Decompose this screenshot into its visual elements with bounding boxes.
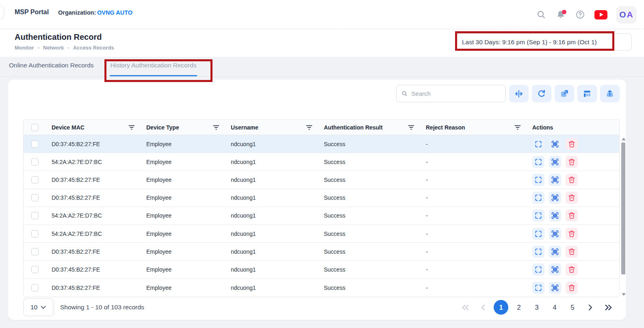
column-resize-button[interactable] <box>509 85 529 102</box>
user-avatar[interactable]: O A <box>616 6 637 24</box>
breadcrumb-monitor[interactable]: Monitor <box>15 45 34 51</box>
row-checkbox[interactable] <box>31 266 39 273</box>
expand-details-button[interactable] <box>532 192 544 204</box>
expand-details-button[interactable] <box>532 174 544 186</box>
cell-authentication-result: Success <box>318 159 420 165</box>
page-size-select[interactable]: 10 <box>23 298 53 316</box>
expand-details-button[interactable] <box>532 228 544 240</box>
delete-button[interactable] <box>566 156 578 168</box>
session-detail-button[interactable] <box>549 263 561 276</box>
scrollbar-down-arrow[interactable] <box>622 293 626 296</box>
cell-username: ndcuong1 <box>225 141 318 147</box>
page-button-1[interactable]: 1 <box>494 300 508 315</box>
delete-button[interactable] <box>566 174 578 186</box>
page-button-3[interactable]: 3 <box>529 300 544 315</box>
row-checkbox[interactable] <box>31 284 39 291</box>
first-page-button[interactable] <box>458 300 473 315</box>
breadcrumb-access-records[interactable]: Access Records <box>73 45 114 51</box>
brand-title: MSP Portal <box>15 9 49 16</box>
refresh-button[interactable] <box>532 85 551 102</box>
column-actions: Actions <box>532 124 553 131</box>
page-button-2[interactable]: 2 <box>512 300 526 315</box>
session-detail-button[interactable] <box>549 209 561 222</box>
page-button-5[interactable]: 5 <box>565 300 580 315</box>
session-detail-button[interactable] <box>549 156 561 168</box>
cell-device-mac: 54:2A:A2:7E:D7:BC <box>46 159 141 165</box>
table-row[interactable]: 54:2A:A2:7E:D7:BC Employee ndcuong1 Succ… <box>24 225 619 243</box>
filter-icon[interactable] <box>306 125 312 130</box>
records-table: Device MAC Device Type Username Authenti… <box>23 119 620 297</box>
expand-details-button[interactable] <box>532 282 544 294</box>
delete-button[interactable] <box>566 246 578 258</box>
delete-button[interactable] <box>566 282 578 294</box>
filter-icon[interactable] <box>128 125 135 130</box>
organization-value[interactable]: OVNG AUTO <box>97 9 132 16</box>
page-button-4[interactable]: 4 <box>547 300 562 315</box>
delete-button[interactable] <box>566 138 578 150</box>
cell-device-mac: D0:37:45:B2:27:FE <box>46 266 141 273</box>
row-checkbox[interactable] <box>31 230 39 237</box>
table-row[interactable]: 54:2A:A2:7E:D7:BC Employee ndcuong1 Succ… <box>24 153 619 171</box>
notifications-bell-icon[interactable] <box>555 9 566 20</box>
breadcrumb-network[interactable]: Network <box>43 45 64 51</box>
table-row[interactable]: D0:37:45:B2:27:FE Employee ndcuong1 Succ… <box>24 261 619 278</box>
table-scrollbar[interactable] <box>621 138 626 296</box>
expand-details-button[interactable] <box>532 246 544 258</box>
export-button[interactable] <box>600 85 620 102</box>
sidebar-handle[interactable] <box>0 6 4 19</box>
cell-username: ndcuong1 <box>225 159 318 165</box>
session-detail-button[interactable] <box>549 138 561 150</box>
table-search[interactable] <box>396 85 506 102</box>
expand-details-button[interactable] <box>532 156 544 168</box>
table-row[interactable]: D0:37:45:B2:27:FE Employee ndcuong1 Succ… <box>24 171 619 189</box>
row-checkbox[interactable] <box>31 158 39 166</box>
row-checkbox[interactable] <box>31 140 39 148</box>
columns-button[interactable] <box>577 85 597 102</box>
filter-icon[interactable] <box>408 125 414 130</box>
youtube-icon[interactable] <box>594 10 607 19</box>
session-detail-button[interactable] <box>549 174 561 186</box>
tab-history-authentication-records[interactable]: History Authentication Records <box>110 59 197 76</box>
next-page-button[interactable] <box>583 300 598 315</box>
cell-username: ndcuong1 <box>225 266 318 273</box>
table-row[interactable]: D0:37:45:B2:27:FE Employee ndcuong1 Succ… <box>24 189 619 207</box>
table-row[interactable]: 54:2A:A2:7E:D7:BC Employee ndcuong1 Succ… <box>24 207 619 225</box>
expand-details-button[interactable] <box>532 263 544 276</box>
delete-button[interactable] <box>566 192 578 204</box>
table-row[interactable]: D0:37:45:B2:27:FE Employee ndcuong1 Succ… <box>24 243 619 261</box>
session-detail-button[interactable] <box>549 228 561 240</box>
scrollbar-thumb[interactable] <box>621 142 625 274</box>
cell-device-type: Employee <box>141 141 225 147</box>
expand-details-button[interactable] <box>532 138 544 150</box>
search-input[interactable] <box>411 90 501 97</box>
delete-button[interactable] <box>566 209 578 222</box>
avatar-initial-o: O <box>619 10 627 19</box>
filter-icon[interactable] <box>213 125 219 130</box>
row-checkbox[interactable] <box>31 194 39 201</box>
cell-device-type: Employee <box>141 266 225 273</box>
delete-button[interactable] <box>566 228 578 240</box>
cell-reject-reason: - <box>420 285 527 291</box>
help-icon[interactable] <box>575 9 585 20</box>
cell-username: ndcuong1 <box>225 285 318 291</box>
prev-page-button[interactable] <box>476 300 490 315</box>
table-row[interactable]: D0:37:45:B2:27:FE Employee ndcuong1 Succ… <box>24 135 619 153</box>
session-detail-button[interactable] <box>549 282 561 294</box>
row-checkbox[interactable] <box>31 212 39 219</box>
scrollbar-up-arrow[interactable] <box>622 138 626 140</box>
row-checkbox[interactable] <box>31 248 39 255</box>
search-icon[interactable] <box>536 9 546 20</box>
open-external-button[interactable] <box>555 85 574 102</box>
select-all-checkbox[interactable] <box>31 124 39 131</box>
session-detail-button[interactable] <box>549 192 561 204</box>
session-detail-button[interactable] <box>549 246 561 258</box>
last-page-button[interactable] <box>601 300 616 315</box>
tab-online-authentication-records[interactable]: Online Authentication Records <box>8 59 95 76</box>
delete-button[interactable] <box>566 263 578 276</box>
expand-details-button[interactable] <box>532 209 544 222</box>
table-row[interactable]: D0:37:45:B2:27:FE Employee ndcuong1 Succ… <box>24 279 619 297</box>
filter-icon[interactable] <box>514 125 521 130</box>
date-range-picker[interactable]: Last 30 Days: 9:16 pm (Sep 1) - 9:16 pm … <box>456 33 632 51</box>
row-checkbox[interactable] <box>31 176 39 183</box>
cell-device-type: Employee <box>141 248 225 255</box>
